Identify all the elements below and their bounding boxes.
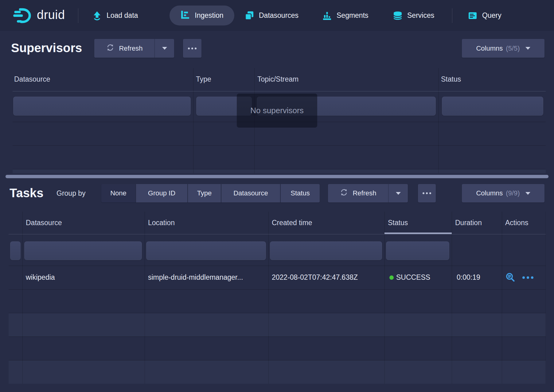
group-by-type-button[interactable]: Type xyxy=(188,184,221,202)
row-stripe xyxy=(9,313,546,336)
tasks-more-button[interactable] xyxy=(418,184,436,202)
refresh-icon xyxy=(340,188,348,198)
column-divider xyxy=(22,212,23,384)
empty-state-message: No supervisors xyxy=(250,106,303,115)
upload-icon xyxy=(92,11,102,21)
task-detail-magnifier-icon[interactable] xyxy=(505,272,516,283)
supervisors-refresh-button[interactable]: Refresh xyxy=(94,39,154,58)
sup-filter-datasource[interactable] xyxy=(13,97,191,116)
druid-console: druid Load data Ingestion xyxy=(0,0,554,392)
navbar-divider xyxy=(78,8,78,23)
task-filter-task-id[interactable] xyxy=(10,241,21,260)
supervisors-title: Supervisors xyxy=(11,41,82,55)
chevron-down-icon xyxy=(525,47,530,50)
services-database-icon xyxy=(393,11,403,21)
segments-barchart-icon xyxy=(322,11,332,21)
task-col-header-created-time[interactable]: Created time xyxy=(272,212,312,234)
nav-ingestion-label: Ingestion xyxy=(195,11,223,20)
group-by-segmented-control: None Group ID Type Datasource Status xyxy=(101,184,320,202)
group-by-datasource-button[interactable]: Datasource xyxy=(221,184,280,202)
tasks-columns-label: Columns xyxy=(476,189,503,197)
task-filter-datasource[interactable] xyxy=(24,241,142,260)
supervisors-refresh-caret-button[interactable] xyxy=(155,39,174,58)
task-status-cell: SUCCESS xyxy=(389,266,430,289)
tasks-columns-button[interactable]: Columns (9/9) xyxy=(462,184,544,202)
empty-state-overlay: No supervisors xyxy=(237,94,317,128)
tasks-refresh-label: Refresh xyxy=(353,189,376,197)
task-created-time-cell: 2022-08-02T07:42:47.638Z xyxy=(272,266,358,289)
nav-ingestion[interactable]: Ingestion xyxy=(170,6,234,25)
group-by-status-button[interactable]: Status xyxy=(281,184,320,202)
nav-datasources[interactable]: Datasources xyxy=(244,0,298,31)
query-document-icon xyxy=(468,11,478,21)
chevron-down-icon xyxy=(525,192,530,195)
sup-col-header-status[interactable]: Status xyxy=(441,68,461,90)
sup-col-header-type[interactable]: Type xyxy=(196,68,211,90)
column-divider xyxy=(384,212,385,384)
column-divider xyxy=(268,212,269,384)
column-divider xyxy=(193,68,193,173)
row-divider xyxy=(9,336,546,337)
supervisors-columns-button[interactable]: Columns (5/5) xyxy=(462,39,544,58)
row-stripe xyxy=(9,360,546,384)
status-sort-indicator xyxy=(384,233,452,234)
task-datasource-cell: wikipedia xyxy=(26,266,55,289)
supervisors-more-button[interactable] xyxy=(183,39,201,58)
row-divider xyxy=(13,145,546,146)
tasks-title: Tasks xyxy=(10,186,43,200)
nav-load-data[interactable]: Load data xyxy=(92,0,138,31)
chevron-down-icon xyxy=(162,47,167,50)
druid-logo-icon[interactable] xyxy=(12,7,34,24)
task-col-header-duration[interactable]: Duration xyxy=(455,212,482,234)
task-col-header-location[interactable]: Location xyxy=(148,212,175,234)
task-col-header-datasource[interactable]: Datasource xyxy=(26,212,62,234)
nav-segments[interactable]: Segments xyxy=(322,0,369,31)
header-divider xyxy=(9,234,546,234)
group-by-group-id-button[interactable]: Group ID xyxy=(136,184,187,202)
horizontal-scrollbar[interactable] xyxy=(6,175,548,178)
task-filter-created-time[interactable] xyxy=(270,241,382,260)
column-divider xyxy=(452,212,452,384)
navbar-divider xyxy=(452,8,452,23)
tasks-refresh-button[interactable]: Refresh xyxy=(328,184,388,202)
tasks-refresh-group: Refresh xyxy=(328,184,408,202)
nav-services-label: Services xyxy=(407,11,434,20)
tasks-table: Datasource Location Created time Status … xyxy=(9,212,546,384)
column-divider xyxy=(438,68,439,173)
sup-col-header-topic-stream[interactable]: Topic/Stream xyxy=(257,68,298,90)
success-status-dot-icon xyxy=(389,275,394,280)
more-dots-icon xyxy=(188,48,197,49)
tasks-columns-count: (9/9) xyxy=(506,189,520,197)
refresh-icon xyxy=(106,43,115,54)
column-divider xyxy=(545,212,546,384)
header-divider xyxy=(13,91,546,91)
datasources-layers-icon xyxy=(244,11,254,21)
task-actions-menu-icon[interactable] xyxy=(522,276,533,279)
row-stripe xyxy=(13,169,546,173)
supervisors-columns-count: (5/5) xyxy=(506,44,520,52)
column-divider xyxy=(502,212,502,384)
more-dots-icon xyxy=(423,192,431,194)
column-divider xyxy=(145,212,145,384)
nav-query[interactable]: Query xyxy=(468,0,501,31)
sup-filter-status[interactable] xyxy=(442,97,543,116)
task-col-header-status[interactable]: Status xyxy=(388,212,408,234)
supervisors-refresh-label: Refresh xyxy=(119,44,142,52)
task-col-header-actions[interactable]: Actions xyxy=(505,212,528,234)
row-divider xyxy=(9,289,546,290)
task-duration-cell: 0:00:19 xyxy=(457,266,480,289)
task-filter-status[interactable] xyxy=(386,241,449,260)
ingestion-chart-icon xyxy=(180,10,190,21)
group-by-label: Group by xyxy=(57,184,86,202)
nav-datasources-label: Datasources xyxy=(259,11,298,20)
supervisors-columns-label: Columns xyxy=(476,44,503,52)
tasks-refresh-caret-button[interactable] xyxy=(388,184,408,202)
group-by-none-button[interactable]: None xyxy=(101,184,135,202)
sup-col-header-datasource[interactable]: Datasource xyxy=(14,68,50,90)
nav-segments-label: Segments xyxy=(337,11,369,20)
druid-logo-text[interactable]: druid xyxy=(37,8,65,22)
task-location-cell: simple-druid-middlemanager... xyxy=(148,266,266,289)
nav-services[interactable]: Services xyxy=(393,0,434,31)
chevron-down-icon xyxy=(396,192,401,195)
task-filter-location[interactable] xyxy=(146,241,266,260)
